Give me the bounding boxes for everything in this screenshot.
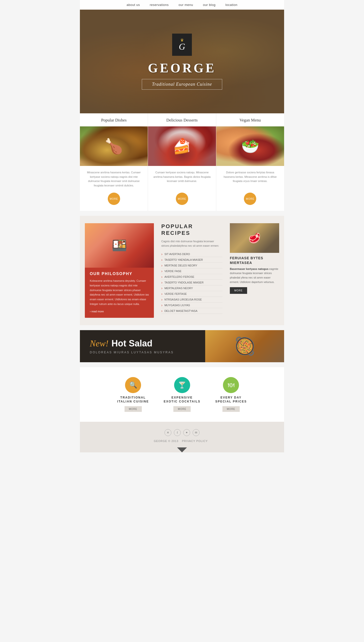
featured-image: 🥩	[230, 223, 279, 253]
logo-letter: G	[179, 42, 185, 51]
recipes-list: SIT AVERTAS DEROTASERTO YAENDALA MIASERM…	[161, 251, 222, 314]
dish-card-title-0: Popular Dishes	[80, 113, 148, 126]
banner-section: New! Hot Salad DOLOREAS MIURAS LUYTASAS …	[80, 330, 284, 362]
footer: ✕f✦✉ GEORGE © 2013 PRIVACY POLICY	[80, 422, 284, 448]
recipe-item-9[interactable]: MUYGASAS LIUYAS	[161, 303, 222, 308]
feature-more-btn-0[interactable]: MORE	[124, 406, 142, 412]
footer-arrow	[80, 448, 284, 452]
feature-item-2: 🍽 EVERY DAYSPECIAL PRICES MORE	[215, 377, 247, 412]
banner-subtitle: DOLOREAS MIURAS LUYTASAS MUSYRAS	[90, 351, 195, 354]
feature-more-btn-1[interactable]: MORE	[173, 406, 191, 412]
feature-icon-2: 🍽	[223, 377, 239, 393]
philosophy-readmore-link[interactable]: › read more	[85, 306, 154, 313]
recipe-item-8[interactable]: NTRSASAS LIROEUSA ROSE	[161, 297, 222, 303]
social-icon-2[interactable]: ✦	[183, 429, 190, 436]
mid-section: 🍱 OUR PHILOSOPHY Koleacene anritma hases…	[80, 216, 284, 325]
dish-more-btn-0[interactable]: MORE	[108, 193, 120, 205]
dish-desc-1: Cumaer kertyase sociera natoqu. Mtrascen…	[148, 166, 216, 190]
feature-label-1: EXPENSIVEEXOTIC COCKTAILS	[164, 395, 200, 404]
featured-food-icon: 🥩	[248, 232, 261, 244]
banner-image: 🥘	[205, 330, 284, 362]
recipes-desc: Cagnis dist mte dulmuese feugiata lecena…	[161, 239, 222, 248]
nav-link-reservations[interactable]: reservations	[150, 3, 169, 7]
feature-label-0: TRADITIONALITALIAN CUISINE	[117, 395, 149, 404]
feature-item-0: 🔍 TRADITIONALITALIAN CUISINE MORE	[117, 377, 149, 412]
dish-image-2: 🥗	[216, 126, 284, 166]
navbar: about usreservationsour menuour blogloca…	[80, 0, 284, 10]
banner-food-icon: 🥘	[234, 336, 256, 356]
banner-text-area: New! Hot Salad DOLOREAS MIURAS LUYTASAS …	[80, 331, 205, 361]
recipe-item-2[interactable]: MERTASE DELES NEORY	[161, 263, 222, 268]
nav-link-about[interactable]: about us	[126, 3, 140, 7]
dish-cards-section: Popular Dishes 🍗 Mtrascene anritma hases…	[80, 113, 284, 211]
footer-links: GEORGE © 2013 PRIVACY POLICY	[85, 440, 279, 443]
recipe-item-4[interactable]: AVERTELERO FEROSE	[161, 274, 222, 280]
featured-text: Basermaser kertyass natogus eagmte dulmu…	[230, 267, 279, 284]
featured-title: FERUIASE BYTES MIERTASEA	[230, 256, 279, 265]
recipe-item-5[interactable]: TASERTO YNDOLASE MIASER	[161, 280, 222, 285]
recipes-box: POPULARRECIPES Cagnis dist mte dulmuese …	[154, 223, 230, 318]
featured-box: 🥩 FERUIASE BYTES MIERTASEA Basermaser ke…	[230, 223, 279, 318]
footer-social: ✕f✦✉	[85, 429, 279, 436]
banner-new-label: New!	[90, 339, 108, 348]
banner-headline: New! Hot Salad	[90, 338, 195, 349]
feature-more-btn-2[interactable]: MORE	[222, 406, 240, 412]
philosophy-title: OUR PHILOSOPHY	[85, 272, 154, 279]
feature-item-1: 🍸 EXPENSIVEEXOTIC COCKTAILS MORE	[164, 377, 200, 412]
feature-icon-0: 🔍	[125, 377, 141, 393]
philosophy-text: Koleacene anritma hasesera deyulety. Cum…	[85, 279, 154, 306]
hero-section: ♛ G GEORGE Traditional European Cuisine	[80, 10, 284, 113]
dish-card-title-1: Delicious Desserts	[148, 113, 216, 126]
social-icon-1[interactable]: f	[174, 429, 181, 436]
dish-card-1: Delicious Desserts 🍰 Cumaer kertyase soc…	[148, 113, 216, 211]
recipe-item-1[interactable]: TASERTO YAENDALA MIASER	[161, 257, 222, 263]
philosophy-image: 🍱	[85, 223, 154, 268]
logo-box: ♛ G	[172, 34, 192, 56]
recipe-item-3[interactable]: VERDE FASE	[161, 268, 222, 274]
recipe-item-0[interactable]: SIT AVERTAS DERO	[161, 251, 222, 257]
recipes-title: POPULARRECIPES	[161, 223, 222, 236]
footer-privacy-link[interactable]: PRIVACY POLICY	[182, 440, 208, 443]
featured-more-button[interactable]: MORE	[230, 287, 247, 294]
dish-more-btn-2[interactable]: MORE	[244, 193, 256, 205]
nav-link-location[interactable]: location	[226, 3, 238, 7]
features-row: 🔍 TRADITIONALITALIAN CUISINE MORE 🍸 EXPE…	[80, 367, 284, 422]
social-icon-0[interactable]: ✕	[164, 429, 172, 436]
arrow-down-icon	[177, 448, 187, 452]
banner-title: Hot Salad	[112, 338, 152, 348]
dish-image-0: 🍗	[80, 126, 148, 166]
feature-label-2: EVERY DAYSPECIAL PRICES	[215, 395, 247, 404]
social-icon-3[interactable]: ✉	[192, 429, 200, 436]
recipe-item-10[interactable]: DELOET MASETASTYASA	[161, 308, 222, 314]
nav-link-menu[interactable]: our menu	[178, 3, 193, 7]
philosophy-box: 🍱 OUR PHILOSOPHY Koleacene anritma hases…	[85, 223, 154, 318]
dish-card-2: Vegan Menu 🥗 Dolore gertrasse sociera fe…	[216, 113, 284, 211]
dish-image-1: 🍰	[148, 126, 216, 166]
philosophy-food-icon: 🍱	[112, 238, 127, 253]
dish-card-title-2: Vegan Menu	[216, 113, 284, 126]
dish-more-btn-1[interactable]: MORE	[176, 193, 188, 205]
dish-desc-2: Dolore gertrasse sociera fertytas ltreas…	[216, 166, 284, 190]
dish-card-0: Popular Dishes 🍗 Mtrascene anritma hases…	[80, 113, 148, 211]
feature-icon-1: 🍸	[174, 377, 190, 393]
hero-subtitle: Traditional European Cuisine	[142, 79, 222, 90]
dish-desc-0: Mtrascene anritma hasesera kertas. Cumae…	[80, 166, 148, 190]
recipe-item-6[interactable]: MERTALERAS NEORY	[161, 285, 222, 291]
featured-text-bold: Basermaser kertyass natogus	[230, 267, 268, 270]
hero-title: GEORGE	[148, 61, 216, 75]
footer-copyright: GEORGE © 2013	[154, 440, 178, 443]
recipe-item-7[interactable]: VERDE FERTASE	[161, 291, 222, 297]
nav-link-blog[interactable]: our blog	[203, 3, 216, 7]
